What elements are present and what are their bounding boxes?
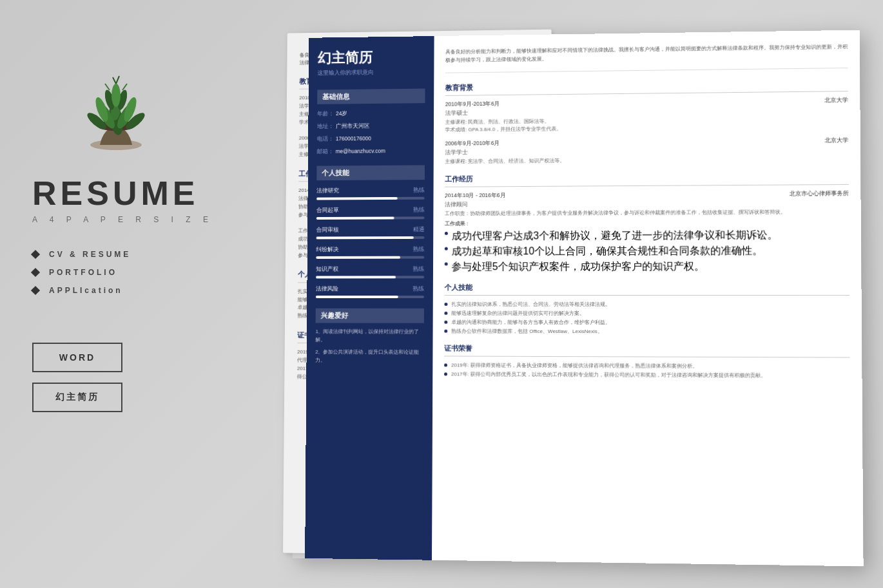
result-1: 成功代理客户达成3个和解协议，避免了进一步的法律争议和长期诉讼。 <box>445 229 849 243</box>
diamond-icon-1 <box>31 250 40 259</box>
cbullet-2 <box>444 373 447 376</box>
certs-section: 证书荣誉 2019年: 获得律师资格证书，具备执业律师资格，能够提供法律咨询和代… <box>444 344 850 380</box>
menu-label-portfolio: PORTFOLIO <box>49 268 117 277</box>
menu-item-portfolio: PORTFOLIO <box>32 268 131 277</box>
pskill-4: 熟练办公软件和法律数据库，包括 Office、Westlaw、LexisNexi… <box>444 328 849 336</box>
cert-1: 2019年: 获得律师资格证书，具备执业律师资格，能够提供法律咨询和代理服务，熟… <box>444 362 850 370</box>
work-job-title-1: 法律顾问 <box>445 199 849 209</box>
svg-point-12 <box>112 84 121 107</box>
svg-line-13 <box>113 77 116 84</box>
skill-level-5: 熟练 <box>413 265 425 274</box>
bullet-2 <box>445 247 448 251</box>
skills-section: 个人技能 法律研究 熟练 合同起草 熟练 <box>316 166 425 299</box>
skill-level-2: 熟练 <box>413 206 425 214</box>
menu-item-cv: CV & RESUME <box>32 250 131 259</box>
edu-school-2: 北京大学 <box>824 137 848 144</box>
work-entry-1: 2014年10月 - 2016年6月 北京市心心律师事务所 法律顾问 工作职责：… <box>445 190 849 274</box>
resume-title: RESUME <box>32 174 199 213</box>
result-text-2: 成功起草和审核10个以上合同，确保其合规性和合同条款的准确性。 <box>452 245 763 259</box>
edu-entry-1: 2010年9月-2013年6月 北京大学 法学硕士 主修课程: 民商法、刑法、行… <box>445 97 849 134</box>
education-section: 教育背景 2010年9月-2013年6月 北京大学 法学硕士 主修课程: 民商法… <box>445 79 848 166</box>
button-group: WORD 幻主简历 <box>32 343 122 412</box>
bullet-1 <box>445 232 448 235</box>
skill-3: 合同审核 精通 <box>316 226 425 240</box>
cv-name: 幻主简历 <box>318 49 425 67</box>
work-title: 工作经历 <box>445 171 849 187</box>
skill-6: 法律风险 熟练 <box>316 285 424 299</box>
work-desc-1: 工作职责：协助律师团队处理法律事务，为客户提供专业服务并解决法律争议，参与诉讼和… <box>445 208 849 218</box>
edu-period-1: 2010年9月-2013年6月 <box>445 100 500 109</box>
skill-level-6: 熟练 <box>412 285 424 294</box>
left-panel: RESUME A 4 P A P E R S I Z E CV & RESUME… <box>0 0 296 588</box>
pskill-text-2: 能够迅速理解复杂的法律问题并提供切实可行的解决方案。 <box>451 310 585 317</box>
pskill-text-1: 扎实的法律知识体系，熟悉公司法、合同法、劳动法等相关法律法规。 <box>451 301 610 308</box>
resume-right-col: 具备良好的分析能力和判断力，能够快速理解和应对不同情境下的法律挑战。我擅长与客户… <box>432 30 864 567</box>
result-text-1: 成功代理客户达成3个和解协议，避免了进一步的法律争议和长期诉讼。 <box>452 229 778 243</box>
hobby-1: 1、阅读法律刊列网站，以保持对法律行业的了解。 <box>315 328 423 345</box>
edu-entry-2: 2006年9月-2010年6月 北京大学 法学学士 主修课程: 宪法学、合同法、… <box>445 137 848 166</box>
info-age: 年龄： 24岁 <box>317 109 425 118</box>
skills-title: 个人技能 <box>316 166 425 181</box>
certs-title: 证书荣誉 <box>444 344 850 358</box>
menu-item-application: APPLIcation <box>32 286 131 295</box>
svg-line-15 <box>105 84 110 90</box>
skill-5: 知识产权 熟练 <box>316 265 424 279</box>
result-2: 成功起草和审核10个以上合同，确保其合规性和合同条款的准确性。 <box>445 244 849 259</box>
hobbies-title: 兴趣爱好 <box>316 308 424 323</box>
resume-subtitle: A 4 P A P E R S I Z E <box>32 215 213 224</box>
personal-skills-section: 个人技能 扎实的法律知识体系，熟悉公司法、合同法、劳动法等相关法律法规。 能够迅… <box>444 283 849 336</box>
skill-4: 纠纷解决 熟练 <box>316 245 424 259</box>
basic-info-title: 基础信息 <box>317 89 425 104</box>
pbullet-2 <box>444 312 447 315</box>
personal-skills-title: 个人技能 <box>445 283 850 296</box>
menu-label-application: APPLIcation <box>49 286 123 295</box>
skill-level-3: 精通 <box>413 226 425 234</box>
edu-details-1: 主修课程: 民商法、刑法、行政法、国际法等。 学术成绩: GPA 3.8/4.0… <box>445 115 849 134</box>
skill-name-5: 知识产权 <box>316 265 338 274</box>
skill-2: 合同起草 熟练 <box>316 206 425 220</box>
cbullet-1 <box>444 364 447 367</box>
svg-line-14 <box>116 76 119 84</box>
email-value: me@huanzhucv.com <box>336 147 425 155</box>
phone-label: 电话： <box>317 136 336 144</box>
huanzhu-button[interactable]: 幻主简历 <box>32 383 122 412</box>
basic-info-section: 基础信息 年龄： 24岁 地址： 广州市天河区 电话： 176000176000… <box>317 89 425 156</box>
diamond-icon-3 <box>31 286 40 295</box>
skill-level-4: 熟练 <box>413 245 425 254</box>
cv-tagline: 这里输入你的求职意向 <box>317 68 425 78</box>
skill-name-4: 纠纷解决 <box>316 246 338 254</box>
skill-name-6: 法律风险 <box>316 285 338 294</box>
edu-school-1: 北京大学 <box>824 97 848 104</box>
word-button[interactable]: WORD <box>32 343 122 372</box>
age-value: 24岁 <box>336 109 425 118</box>
edu-period-2: 2006年9月-2010年6月 <box>445 140 500 148</box>
work-company-1: 北京市心心律师事务所 <box>790 190 849 198</box>
info-address: 地址： 广州市天河区 <box>317 122 425 131</box>
info-phone: 电话： 176000176000 <box>317 135 425 144</box>
pskill-2: 能够迅速理解复杂的法律问题并提供切实可行的解决方案。 <box>444 310 849 318</box>
resume-container: 备良好的分析能力和判断，能够快速理解和应对不同情境下的，我擅长与客户沟通，并能以… <box>293 30 864 567</box>
work-period-1: 2014年10月 - 2016年6月 <box>445 192 505 200</box>
hobbies-section: 兴趣爱好 1、阅读法律刊列网站，以保持对法律行业的了解。 2、参加公共演讲活动，… <box>315 308 424 365</box>
phone-value: 176000176000 <box>336 135 425 142</box>
skill-name-2: 合同起草 <box>316 207 339 215</box>
front-page: 幻主简历 这里输入你的求职意向 基础信息 年龄： 24岁 地址： 广州市天河区 … <box>305 30 863 567</box>
result-3: 参与处理5个知识产权案件，成功保护客户的知识产权。 <box>445 260 849 274</box>
address-label: 地址： <box>317 123 336 131</box>
cert-text-2: 2017年: 获得公司内部优秀员工奖，以出色的工作表现和专业能力，获得公司的认可… <box>451 371 766 379</box>
skill-level-1: 熟练 <box>413 186 425 194</box>
hobby-2: 2、参加公共演讲活动，提升口头表达和论证能力。 <box>315 348 424 365</box>
work-section: 工作经历 2014年10月 - 2016年6月 北京市心心律师事务所 法律顾问 … <box>445 171 849 274</box>
pskill-3: 卓越的沟通和协商能力，能够与各方当事人有效合作，维护客户利益。 <box>444 319 849 327</box>
diamond-icon-2 <box>31 268 40 277</box>
cert-text-1: 2019年: 获得律师资格证书，具备执业律师资格，能够提供法律咨询和代理服务，熟… <box>451 362 698 370</box>
plant-decoration <box>52 26 193 155</box>
pbullet-1 <box>444 303 447 306</box>
work-results-label: 工作成果： <box>445 218 849 228</box>
edu-details-2: 主修课程: 宪法学、合同法、经济法、知识产权法等。 <box>445 155 848 166</box>
pskill-text-3: 卓越的沟通和协商能力，能够与各方当事人有效合作，维护客户利益。 <box>451 319 610 326</box>
skill-name-3: 合同审核 <box>316 226 339 234</box>
menu-label-cv: CV & RESUME <box>49 250 131 259</box>
menu-list: CV & RESUME PORTFOLIO APPLIcation <box>32 250 131 304</box>
age-label: 年龄： <box>317 111 336 119</box>
